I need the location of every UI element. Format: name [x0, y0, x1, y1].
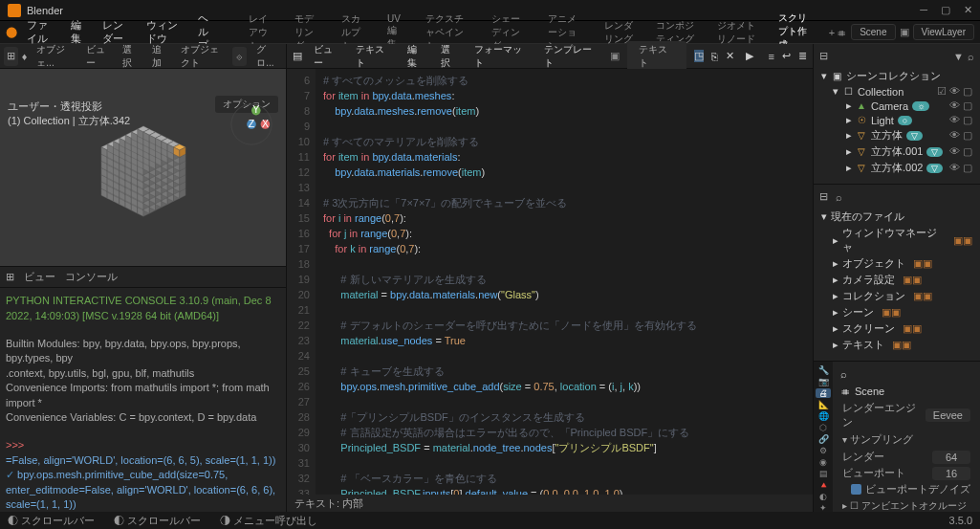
- outliner-item[interactable]: ▸▲Camera☼👁▢: [819, 99, 974, 113]
- close-icon[interactable]: ✕: [964, 4, 972, 16]
- new-icon[interactable]: ◳: [694, 50, 704, 62]
- vp-select[interactable]: 選択: [117, 41, 142, 72]
- console-call1: bpy.ops.mesh.primitive_cube_add(size=0.7…: [6, 469, 275, 510]
- text-icon: ▣: [610, 50, 620, 62]
- app-title: Blender: [27, 5, 63, 16]
- datablock-row[interactable]: ▸テキスト▣▣: [819, 337, 974, 353]
- props-section[interactable]: ▸ ☐ アンビエントオクルージョン: [837, 497, 976, 512]
- search-icon[interactable]: ⌕: [840, 368, 847, 380]
- outliner-item[interactable]: ▸▽立方体.001▽👁▢: [819, 143, 974, 160]
- ed-format[interactable]: フォーマット: [470, 41, 533, 72]
- line-numbers-icon[interactable]: ≡: [769, 51, 774, 62]
- current-file-panel[interactable]: ⊟⌕ ▾現在のファイル ▸ウィンドウマネージャ▣▣▸オブジェクト▣▣▸カメラ設定…: [814, 185, 980, 362]
- datablock-row[interactable]: ▸オブジェクト▣▣: [819, 255, 974, 272]
- statusbar: ◐ スクロールバー ◐ スクロールバー ◑ メニュー呼び出し 3.5.0: [0, 512, 980, 529]
- props-tab-icon[interactable]: 🔧: [816, 365, 831, 375]
- navigation-gizmo[interactable]: X Y Z: [229, 101, 274, 147]
- ed-text[interactable]: テキスト: [352, 41, 396, 72]
- syntax-icon[interactable]: ≣: [798, 50, 807, 62]
- scene-collection-row[interactable]: ▾▣シーンコレクション: [819, 68, 974, 84]
- text-editor[interactable]: 6789101112131415161718192021222324252627…: [287, 69, 813, 495]
- layer-icon: ▣: [900, 26, 909, 38]
- sampling-section[interactable]: サンプリング: [850, 432, 913, 447]
- blender-menu-icon[interactable]: ⬤: [6, 26, 17, 38]
- props-tab-icon[interactable]: 📷: [816, 377, 831, 386]
- blender-icon: [8, 4, 21, 17]
- filter-icon[interactable]: ▼: [953, 51, 964, 62]
- props-tab-icon[interactable]: 📐: [816, 400, 831, 409]
- run-script-icon[interactable]: ▶: [746, 50, 753, 62]
- props-tab-icon[interactable]: ✦: [816, 503, 831, 512]
- ed-view[interactable]: ビュー: [310, 41, 344, 72]
- props-scene: Scene: [855, 386, 884, 397]
- props-tab-icon[interactable]: ▤: [816, 469, 831, 478]
- datablock-row[interactable]: ▸ウィンドウマネージャ▣▣: [819, 225, 974, 255]
- outliner-item[interactable]: ▸▽立方体▽👁▢: [819, 127, 974, 143]
- console-view[interactable]: ビュー: [24, 270, 55, 284]
- properties-panel: 🔧📷🖨📐🌐⬡🔗⚙◉▤🔺◐✦🎨 ⌕ ⩩Scene レンダーエンジン Eevee ▾…: [814, 362, 980, 512]
- outliner-type-icon[interactable]: ⊟: [819, 50, 828, 62]
- status-left: スクロールバー: [21, 515, 95, 526]
- outliner[interactable]: ⊟ ▼ ⌕ ▾▣シーンコレクション ▾☐Collection ☑👁▢ ▸▲Cam…: [814, 44, 980, 185]
- close-text-icon[interactable]: ✕: [726, 50, 734, 62]
- ed-template[interactable]: テンプレート: [540, 41, 602, 72]
- ed-select[interactable]: 選択: [437, 41, 463, 72]
- unlink-icon[interactable]: ⎘: [711, 51, 718, 62]
- orientation-icon[interactable]: ⟐: [232, 47, 247, 66]
- editor-type-icon[interactable]: ⊞: [6, 271, 14, 283]
- render-samples[interactable]: 64: [932, 451, 970, 464]
- python-console[interactable]: PYTHON INTERACTIVE CONSOLE 3.10.9 (main,…: [0, 287, 286, 512]
- wrap-icon[interactable]: ↩: [782, 50, 791, 62]
- maximize-icon[interactable]: ▢: [941, 4, 950, 16]
- render-engine-label: レンダーエンジン: [842, 401, 922, 430]
- text-editor-header: ▤ ビュー テキスト 編集 選択 フォーマット テンプレート ▣ テキスト ◳ …: [287, 44, 813, 69]
- editor-type-icon[interactable]: ⊞: [4, 47, 18, 66]
- text-status: テキスト: 内部: [294, 496, 363, 511]
- current-file-title: 現在のファイル: [831, 209, 904, 224]
- datablock-row[interactable]: ▸コレクション▣▣: [819, 288, 974, 304]
- datablock-row[interactable]: ▸スクリーン▣▣: [819, 320, 974, 337]
- mode-icon[interactable]: ♦: [22, 51, 28, 62]
- filename[interactable]: テキスト: [627, 41, 686, 72]
- status-mid: スクロールバー: [127, 515, 201, 526]
- cube-array: [67, 96, 220, 239]
- add-workspace[interactable]: +: [829, 27, 835, 38]
- vp-view[interactable]: ビュー: [80, 41, 113, 72]
- vp-add[interactable]: 追加: [146, 41, 172, 72]
- props-tab-icon[interactable]: ⬡: [816, 423, 831, 432]
- vp-object[interactable]: オブジェクト: [175, 41, 229, 72]
- version: 3.5.0: [949, 515, 972, 526]
- console-banner: PYTHON INTERACTIVE CONSOLE 3.10.9 (main,…: [6, 294, 280, 323]
- outliner-item[interactable]: ▸▽立方体.002▽👁▢: [819, 160, 974, 176]
- vp-global[interactable]: グロ...: [250, 41, 282, 72]
- datablock-row[interactable]: ▸シーン▣▣: [819, 304, 974, 320]
- props-tab-icon[interactable]: ⚙: [816, 446, 831, 455]
- viewport-3d[interactable]: オプション ユーザー・透視投影 (1) Collection | 立方体.342…: [0, 69, 286, 266]
- prompt: >>>: [6, 439, 24, 451]
- props-tab-icon[interactable]: ◐: [816, 492, 831, 501]
- viewlayer-select[interactable]: ViewLayer: [913, 24, 975, 40]
- denoise-checkbox[interactable]: [851, 484, 861, 495]
- data-api-icon[interactable]: ⊟: [819, 190, 828, 203]
- minimize-icon[interactable]: ─: [920, 4, 927, 16]
- search-icon[interactable]: ⌕: [968, 51, 974, 62]
- collection-row[interactable]: ▾☐Collection ☑👁▢: [819, 84, 974, 99]
- datablock-row[interactable]: ▸カメラ設定▣▣: [819, 272, 974, 288]
- props-tab-icon[interactable]: 🌐: [816, 411, 831, 421]
- svg-text:Z: Z: [249, 118, 255, 129]
- viewport-toolbar: ⊞ ♦ オブジェ... ビュー 選択 追加 オブジェクト ⟐ グロ...: [0, 44, 286, 69]
- editor-type-icon[interactable]: ▤: [293, 50, 302, 62]
- scene-icon: ⩩: [837, 27, 847, 38]
- viewport-samples[interactable]: 16: [932, 467, 970, 480]
- render-engine-select[interactable]: Eevee: [926, 408, 970, 422]
- ed-edit[interactable]: 編集: [403, 41, 429, 72]
- console-tab[interactable]: コンソール: [65, 270, 118, 284]
- object-mode[interactable]: オブジェ...: [31, 41, 76, 72]
- props-tab-icon[interactable]: ◉: [816, 457, 831, 467]
- scene-select[interactable]: Scene: [851, 24, 895, 40]
- props-tab-icon[interactable]: 🔺: [816, 480, 831, 490]
- outliner-item[interactable]: ▸☉Light○👁▢: [819, 113, 974, 127]
- props-tab-icon[interactable]: 🔗: [816, 434, 831, 444]
- status-right: メニュー呼び出し: [233, 515, 317, 526]
- props-tab-icon[interactable]: 🖨: [816, 388, 831, 398]
